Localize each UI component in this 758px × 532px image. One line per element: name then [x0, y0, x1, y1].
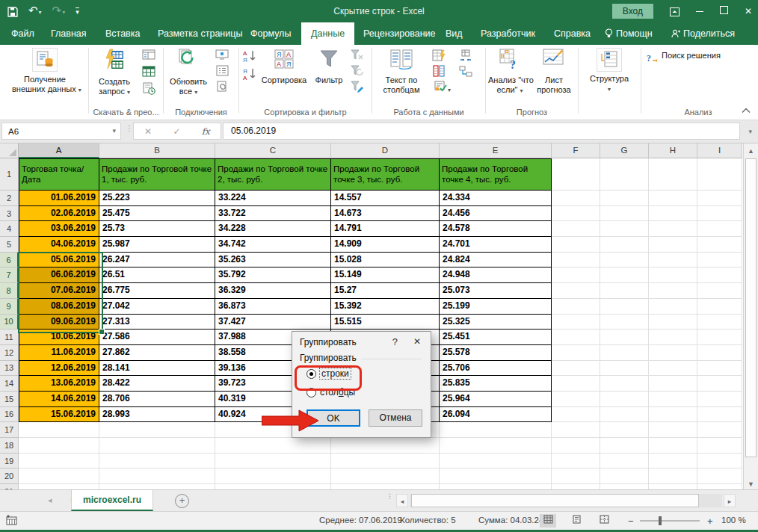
data-validation-icon[interactable]: ▾: [431, 81, 455, 96]
cell-H7[interactable]: [649, 267, 697, 283]
cell-H17[interactable]: [649, 422, 697, 438]
cell-E11[interactable]: 25.451: [440, 330, 552, 345]
row-header-8[interactable]: 8: [0, 283, 19, 299]
cell-A11[interactable]: 10.06.2019: [19, 330, 99, 345]
row-header-5[interactable]: 5: [0, 237, 19, 253]
cell-I2[interactable]: [697, 191, 742, 206]
expand-formula-bar-icon[interactable]: ▾: [748, 128, 752, 135]
cell-G14[interactable]: [600, 376, 649, 392]
cell-H2[interactable]: [649, 191, 697, 206]
cell-D3[interactable]: 14.673: [331, 206, 440, 222]
cell-H12[interactable]: [649, 345, 697, 361]
cell-A17[interactable]: [19, 422, 99, 438]
cell-I6[interactable]: [697, 253, 742, 268]
cell-D9[interactable]: 15.392: [331, 299, 440, 315]
cell-F18[interactable]: [552, 438, 600, 454]
maximize-button[interactable]: [720, 6, 728, 16]
cell-G7[interactable]: [600, 267, 649, 283]
zoom-out-icon[interactable]: −: [628, 516, 634, 527]
tab-review[interactable]: Рецензирование: [354, 22, 446, 45]
recent-sources-icon[interactable]: [141, 82, 157, 97]
vertical-scrollbar[interactable]: ▲ ▼: [743, 143, 758, 493]
cell-A15[interactable]: 14.06.2019: [19, 392, 99, 407]
row-header-17[interactable]: 17: [0, 422, 19, 438]
sheet-tab-microexcel[interactable]: microexcel.ru: [71, 490, 153, 511]
cell-G19[interactable]: [600, 454, 649, 469]
reapply-filter-icon[interactable]: [349, 65, 366, 80]
get-external-data-button[interactable]: Получениевнешних данных ▾: [12, 48, 78, 95]
cell-F8[interactable]: [552, 283, 600, 299]
cell-I5[interactable]: [697, 237, 742, 253]
status-count[interactable]: Количество: 5: [400, 516, 456, 525]
cell-G20[interactable]: [600, 468, 649, 484]
cell-H20[interactable]: [649, 468, 697, 484]
cell-G6[interactable]: [600, 253, 649, 268]
formula-input[interactable]: 05.06.2019: [223, 123, 740, 140]
cell-H5[interactable]: [649, 237, 697, 253]
cell-E15[interactable]: 25.964: [440, 392, 552, 407]
cell-E8[interactable]: 25.073: [440, 283, 552, 299]
cell-E18[interactable]: [440, 438, 552, 454]
sort-ascending-icon[interactable]: АЯ: [241, 49, 258, 64]
row-header-6[interactable]: 6: [0, 253, 19, 268]
row-header-20[interactable]: 20: [0, 468, 19, 484]
cell-E16[interactable]: 26.094: [440, 407, 552, 423]
horizontal-scroll-thumb[interactable]: [411, 494, 699, 507]
cell-A7[interactable]: 06.06.2019: [19, 267, 99, 283]
cell-A18[interactable]: [19, 438, 99, 454]
column-header-F[interactable]: F: [552, 143, 600, 158]
sort-button[interactable]: ЯААЯ Сортировка: [259, 48, 309, 85]
close-button[interactable]: ✕: [745, 6, 752, 16]
cell-A12[interactable]: 11.06.2019: [19, 345, 99, 361]
collapse-ribbon-icon[interactable]: [742, 106, 751, 115]
cell-E10[interactable]: 25.325: [440, 315, 552, 330]
page-break-view-icon[interactable]: [596, 514, 612, 528]
cell-B3[interactable]: 25.475: [99, 206, 215, 222]
tab-share[interactable]: Поделиться: [662, 22, 745, 45]
cell-H15[interactable]: [649, 392, 697, 407]
normal-view-icon[interactable]: [540, 514, 556, 528]
cell-G10[interactable]: [600, 315, 649, 330]
row-header-2[interactable]: 2: [0, 191, 19, 206]
cell-C5[interactable]: 34.742: [215, 237, 331, 253]
cell-A3[interactable]: 02.06.2019: [19, 206, 99, 222]
cell-A16[interactable]: 15.06.2019: [19, 407, 99, 423]
cell-E17[interactable]: [440, 422, 552, 438]
cell-I4[interactable]: [697, 221, 742, 237]
cell-I9[interactable]: [697, 299, 742, 315]
tab-assistant[interactable]: Помощн: [595, 22, 662, 45]
column-header-B[interactable]: B: [99, 143, 215, 158]
cell-A10[interactable]: 09.06.2019: [19, 315, 99, 330]
cell-E14[interactable]: 25.835: [440, 376, 552, 392]
dialog-help-icon[interactable]: ?: [392, 336, 398, 347]
cell-A5[interactable]: 04.06.2019: [19, 237, 99, 253]
cell-H4[interactable]: [649, 221, 697, 237]
cell-B6[interactable]: 26.247: [99, 253, 215, 268]
cell-F15[interactable]: [552, 392, 600, 407]
connections-icon[interactable]: [214, 49, 230, 64]
cell-H11[interactable]: [649, 330, 697, 345]
tab-developer[interactable]: Разработчик: [471, 22, 545, 45]
cell-A6[interactable]: 05.06.2019: [19, 253, 99, 268]
tab-file[interactable]: Файл: [1, 22, 44, 45]
cell-D1[interactable]: Продажи по Торговой точке 3, тыс. руб.: [331, 158, 440, 191]
row-header-14[interactable]: 14: [0, 376, 19, 392]
cell-I7[interactable]: [697, 267, 742, 283]
cell-C4[interactable]: 34.228: [215, 221, 331, 237]
show-queries-icon[interactable]: [141, 49, 157, 64]
cell-D18[interactable]: [331, 438, 440, 454]
cell-F19[interactable]: [552, 454, 600, 469]
cell-G8[interactable]: [600, 283, 649, 299]
cell-B14[interactable]: 28.422: [99, 376, 215, 392]
zoom-in-icon[interactable]: +: [707, 516, 713, 527]
cell-F9[interactable]: [552, 299, 600, 315]
cell-D19[interactable]: [331, 454, 440, 469]
cell-I14[interactable]: [697, 376, 742, 392]
column-header-I[interactable]: I: [697, 143, 742, 158]
cell-H19[interactable]: [649, 454, 697, 469]
edit-links-icon[interactable]: [214, 81, 230, 96]
cell-B12[interactable]: 27.862: [99, 345, 215, 361]
cell-F21[interactable]: [552, 484, 600, 489]
cell-H8[interactable]: [649, 283, 697, 299]
cell-A1[interactable]: Торговая точка/ Дата: [19, 158, 99, 191]
